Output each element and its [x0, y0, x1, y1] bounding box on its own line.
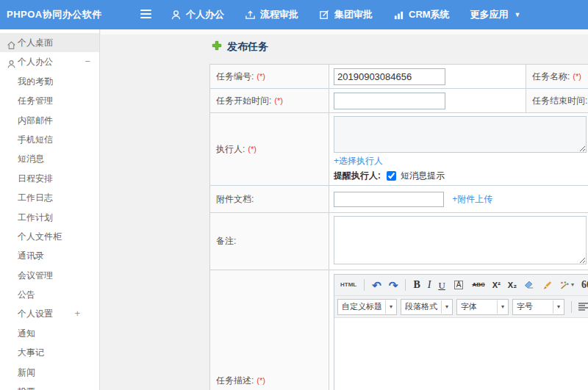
- undo-button[interactable]: ↶: [369, 279, 384, 292]
- required-mark: (*): [274, 96, 283, 105]
- format-brush-button[interactable]: [539, 280, 555, 291]
- sidebar-item-my-attendance[interactable]: 我的考勤: [0, 72, 99, 91]
- task-description-label-cell: 任务描述:(*): [210, 270, 329, 390]
- font-family-select[interactable]: 字体▾: [456, 299, 509, 315]
- sidebar-item-short-message[interactable]: 短消息: [0, 149, 99, 168]
- redo-button[interactable]: ↷: [386, 279, 401, 292]
- nav-personal-office[interactable]: 个人办公: [171, 8, 224, 21]
- brush-icon: [542, 281, 552, 290]
- bold-button[interactable]: B: [410, 279, 423, 291]
- task-number-input[interactable]: [334, 68, 445, 85]
- eraser-icon: [524, 281, 534, 290]
- choose-executor-link[interactable]: +选择执行人: [334, 156, 383, 166]
- sidebar-item-meeting[interactable]: 会议管理: [0, 266, 99, 285]
- nav-group-approval[interactable]: 集团审批: [319, 8, 373, 21]
- caret-down-icon: ▼: [514, 11, 521, 18]
- remark-label-cell: 备注:: [210, 213, 329, 270]
- user-icon: [7, 57, 16, 66]
- sms-remind-checkbox[interactable]: [387, 171, 396, 181]
- required-mark: (*): [257, 376, 265, 385]
- html-source-button[interactable]: HTML: [337, 281, 359, 289]
- caret-down-icon: ▾: [571, 282, 574, 288]
- sidebar-item-announcement[interactable]: 公告: [0, 285, 99, 304]
- sidebar-item-vote[interactable]: 投票: [0, 382, 99, 390]
- executor-label-cell: 执行人:(*): [210, 113, 329, 186]
- sms-remind-option-label: 短消息提示: [401, 170, 445, 182]
- bar-chart-icon: [393, 10, 404, 21]
- caret-down-icon: ▾: [385, 300, 396, 314]
- collapse-icon[interactable]: −: [85, 52, 90, 71]
- start-time-input[interactable]: [334, 93, 445, 109]
- sidebar-item-personal-settings[interactable]: 个人设置 +: [0, 304, 99, 323]
- sidebar-item-sms[interactable]: 手机短信: [0, 130, 99, 149]
- caret-down-icon: ▾: [441, 300, 452, 314]
- sidebar-item-desktop[interactable]: 个人桌面: [0, 33, 99, 52]
- align-left-icon: [578, 303, 588, 311]
- sidebar-item-news[interactable]: 新闻: [0, 363, 99, 382]
- eraser-button[interactable]: [521, 280, 537, 291]
- sidebar-item-events[interactable]: 大事记: [0, 343, 99, 362]
- attachment-upload-link[interactable]: +附件上传: [452, 194, 492, 204]
- nav-crm-system[interactable]: CRM系统: [393, 8, 450, 21]
- attachment-input[interactable]: [334, 192, 444, 207]
- sidebar-item-task-management[interactable]: 任务管理: [0, 91, 99, 110]
- superscript-button[interactable]: X²: [490, 281, 503, 290]
- expand-icon[interactable]: +: [74, 304, 80, 323]
- editor-toolbar-row1: HTML ↶ ↷ B I U A ABC X² X₂: [334, 275, 588, 296]
- sidebar-item-personal-office[interactable]: 个人办公 −: [0, 52, 99, 71]
- sidebar-item-schedule[interactable]: 日程安排: [0, 169, 99, 188]
- sidebar: 个人桌面 个人办公 − 我的考勤 任务管理 内部邮件 手机短信 短消息 日程安排…: [0, 29, 100, 390]
- top-navigation: 个人办公 流程审批 集团审批 CRM系统 更多应用 ▼: [171, 0, 521, 29]
- caret-down-icon: ▾: [553, 300, 564, 314]
- editor-toolbar-row2: 自定义标题▾ 段落格式▾ 字体▾ 字号▾: [334, 296, 588, 318]
- sidebar-item-work-plan[interactable]: 工作计划: [0, 208, 99, 227]
- subscript-button[interactable]: X₂: [505, 281, 520, 290]
- workflow-approve-icon: [245, 10, 256, 21]
- editor-content-area[interactable]: [334, 318, 588, 390]
- strikethrough-button[interactable]: ABC: [469, 281, 487, 289]
- add-plus-icon: [212, 40, 222, 54]
- executor-textarea[interactable]: [334, 116, 587, 153]
- paragraph-format-select[interactable]: 段落格式▾: [401, 299, 453, 315]
- sidebar-item-contacts[interactable]: 通讯录: [0, 246, 99, 265]
- nav-more-apps[interactable]: 更多应用 ▼: [470, 8, 521, 21]
- publish-task-form: 任务编号:(*) 任务名称:(*) 任务开始时间:(*) 任务结束时间:(*): [209, 64, 588, 390]
- table-row: 任务开始时间:(*) 任务结束时间:(*): [210, 89, 588, 113]
- edit-approve-icon: [319, 10, 330, 21]
- magic-wand-icon: [559, 281, 570, 290]
- table-row: 执行人:(*) +选择执行人 提醒执行人: 短消息提示: [210, 113, 588, 186]
- table-row: 任务编号:(*) 任务名称:(*): [210, 65, 588, 89]
- nav-workflow-approval[interactable]: 流程审批: [245, 8, 298, 21]
- sidebar-item-internal-mail[interactable]: 内部邮件: [0, 111, 99, 130]
- caret-down-icon: ▾: [497, 300, 508, 314]
- menu-toggle-icon[interactable]: [140, 10, 152, 20]
- required-mark: (*): [257, 72, 265, 81]
- toolbar-separator: [405, 279, 406, 291]
- table-row: 任务描述:(*) HTML ↶ ↷ B I U A ABC: [210, 270, 588, 390]
- remark-textarea[interactable]: [334, 216, 587, 264]
- toolbar-separator: [364, 279, 365, 291]
- user-icon: [171, 10, 182, 21]
- app-logo: PHPOA协同办公软件: [7, 0, 102, 29]
- content-top-strip: [101, 29, 588, 35]
- italic-button[interactable]: I: [425, 279, 434, 291]
- main-content: 发布任务 任务编号:(*) 任务名称:(*) 任务开始时间:(*) 任务结束时: [101, 29, 588, 390]
- required-mark: (*): [573, 72, 581, 81]
- align-left-button[interactable]: [576, 301, 588, 313]
- required-mark: (*): [248, 145, 257, 154]
- font-size-select[interactable]: 字号▾: [512, 299, 564, 315]
- sidebar-item-notice[interactable]: 通知: [0, 324, 99, 343]
- font-style-button[interactable]: A: [450, 280, 468, 290]
- remind-executor-label: 提醒执行人:: [334, 170, 381, 182]
- rich-text-editor: HTML ↶ ↷ B I U A ABC X² X₂: [334, 274, 588, 390]
- sidebar-item-file-cabinet[interactable]: 个人文件柜: [0, 227, 99, 246]
- clear-format-button[interactable]: ▾: [556, 280, 577, 291]
- task-number-label-cell: 任务编号:(*): [210, 65, 329, 89]
- sidebar-item-work-log[interactable]: 工作日志: [0, 188, 99, 207]
- attachment-label-cell: 附件文档:: [210, 186, 329, 213]
- custom-heading-select[interactable]: 自定义标题▾: [337, 299, 397, 315]
- end-time-label-cell: 任务结束时间:(*): [526, 89, 588, 113]
- page-header: 发布任务: [212, 40, 268, 54]
- underline-button[interactable]: U: [435, 280, 448, 291]
- blockquote-button[interactable]: 66: [578, 279, 588, 291]
